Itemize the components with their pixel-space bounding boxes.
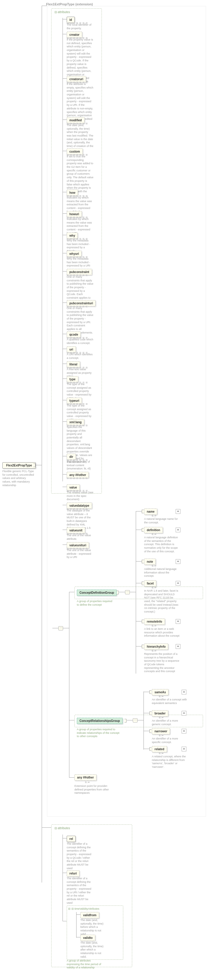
expand-icon[interactable]: +: [176, 509, 180, 514]
expand-icon[interactable]: +: [176, 581, 180, 585]
def-child-desc: A link to an item or a web resource whic…: [144, 627, 180, 638]
root-desc: Flexible generic PCL-Type for controlled…: [2, 470, 35, 487]
time-attr-validto: validto: [81, 935, 95, 941]
attr-whyuri: whyuri: [66, 251, 82, 257]
expand-icon[interactable]: +: [182, 711, 186, 716]
attr-rel-label: rel: [70, 837, 73, 840]
attr-custom: custom: [66, 148, 83, 155]
attr-valueunituri: valueunituri: [66, 542, 89, 549]
attr-pubconstrainturi: pubconstrainturi: [66, 300, 95, 306]
time-attr-desc: The date (and, optionally, the time) aft…: [81, 941, 107, 959]
def-child-desc: Additional natural language information …: [144, 568, 180, 578]
root-type: Flex2ExtPropType: [2, 462, 36, 469]
rel-child-desc: An identifier of a concept with equivale…: [152, 698, 188, 705]
attr-desc: Why the metadata has been included - exp…: [66, 257, 93, 268]
time-validity-title: timeValidityAttributes: [74, 907, 99, 910]
expand-icon[interactable]: +: [176, 559, 180, 564]
attr-literal: literal: [66, 361, 80, 368]
def-child-desc: Represents the position of a concept in …: [144, 652, 180, 673]
time-attr-validfrom: validfrom: [81, 912, 99, 918]
def-child-desc: A natural language definition of the sem…: [144, 536, 180, 553]
concept-relationships-group-desc: A group of properties required to indica…: [77, 728, 122, 738]
attr-rel-desc: The identifier of a concept defining the…: [66, 842, 93, 870]
def-child-facet: facet: [144, 580, 156, 587]
attr-howuri: howuri: [66, 211, 82, 217]
attr-id: id: [66, 17, 75, 23]
extension-header: Flex1ExtPropType (extension): [46, 2, 93, 6]
attr-any---other: any ##other: [66, 472, 89, 478]
attr-pubconstraint: pubconstraint: [66, 269, 92, 275]
attr-why: why: [66, 232, 78, 239]
expand-icon[interactable]: +: [176, 619, 180, 624]
attr-dir: dir: [66, 453, 76, 460]
attributes-title-2: attributes: [54, 827, 70, 830]
sequence-connector: ⋯: [59, 626, 63, 630]
attr-desc: A URI which identifies a concept.: [66, 353, 93, 360]
concept-relationships-group: ConceptRelationshipsGroup: [77, 718, 123, 724]
attr-reluri: reluri: [66, 870, 79, 877]
attr-desc: A qualified code which identifies a conc…: [66, 338, 93, 345]
expand-icon[interactable]: +: [182, 747, 186, 751]
rel-child-desc: An identifier of a more generic concept.: [152, 719, 188, 726]
attr-valuedatatype: valuedatatype: [66, 503, 92, 509]
rel-child-related: related: [152, 746, 167, 752]
rel-child-desc: An identifier of a more specific concept…: [152, 737, 188, 744]
attr-desc: The local identifier of the property.: [66, 23, 93, 30]
expand-icon[interactable]: +: [182, 729, 186, 733]
expand-icon[interactable]: +: [182, 690, 186, 694]
rel-child-narrower: narrower: [152, 728, 170, 734]
rel-child-broader: broader: [152, 710, 168, 716]
attr-creator: creator: [66, 32, 82, 38]
def-child-hierarchyInfo: hierarchyInfo: [144, 643, 168, 650]
rel-child-sameAs: sameAs: [152, 689, 168, 695]
attr-how: how: [66, 189, 78, 196]
def-child-note: note: [144, 558, 156, 565]
concept-definition-group: ConceptDefinitionGroup: [77, 590, 117, 596]
attr-qcode: qcode: [66, 331, 81, 338]
attr-creatoruri: creatoruri: [66, 76, 86, 82]
attr-modified: modified: [66, 117, 85, 123]
attr-reluri-desc: The identifier of a concept defining the…: [66, 877, 93, 905]
attr-valueunit: valueunit: [66, 527, 85, 533]
time-attr-desc: The date (and, optionally, the time) bef…: [81, 919, 107, 936]
attr-desc: The related value (see more in the spec …: [66, 491, 93, 501]
expand-icon[interactable]: +: [176, 644, 180, 649]
attr-desc: The datatype of the value attribute – it…: [66, 509, 93, 530]
def-child-definition: definition: [144, 527, 163, 533]
attributes-title: attributes: [54, 10, 70, 14]
expand-icon[interactable]: +: [176, 528, 180, 532]
attr-typeuri: typeuri: [66, 398, 82, 404]
attr-uri: uri: [66, 346, 76, 353]
any-other-desc: Extension point for provider-defined pro…: [74, 784, 110, 795]
attr-desc: The directionality of textual content (e…: [66, 460, 93, 471]
def-child-desc: A natural language name for the concept.: [144, 517, 180, 524]
attr-reluri-label: reluri: [70, 872, 77, 875]
attr-type: type: [66, 376, 78, 382]
def-child-desc: In NAR 1.8 and later, facet is deprecate…: [144, 589, 180, 614]
time-validity-desc: A group of attributes expressing the tim…: [66, 959, 103, 970]
attr-value: value: [66, 484, 80, 491]
attr-desc: One or many constraints that apply to pu…: [66, 307, 93, 335]
any-other-multi: 0..∞: [85, 781, 90, 784]
attr-desc: The unit of the value attribute.: [66, 534, 93, 541]
attr-xml-lang: xml:lang: [66, 419, 84, 425]
any-other-element: any ##other: [74, 774, 97, 781]
def-child-name: name: [144, 509, 157, 515]
attr-desc: The unit of the value attribute - expres…: [66, 549, 93, 559]
concept-definition-group-desc: A group of properties required to define…: [77, 600, 112, 606]
attr-rel: rel: [66, 836, 76, 842]
root-stub: [33, 463, 35, 467]
def-child-remoteInfo: remoteInfo: [144, 619, 165, 625]
attr-desc: The date (and, optionally, the time) whe…: [66, 124, 93, 152]
rel-child-desc: A related concept, where the relationshi…: [152, 755, 188, 769]
